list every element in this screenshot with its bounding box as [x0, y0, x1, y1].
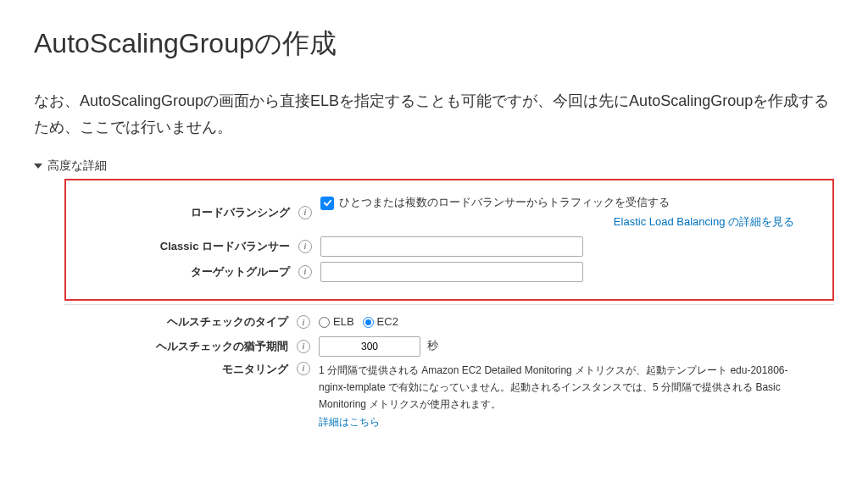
target-group-input[interactable]	[320, 262, 583, 282]
highlighted-section: ロードバランシング i ひとつまたは複数のロードバランサーからトラフィックを受信…	[64, 179, 834, 301]
info-icon[interactable]: i	[298, 206, 312, 219]
monitoring-label: モニタリング	[64, 362, 293, 377]
health-check-type-label: ヘルスチェックのタイプ	[64, 314, 293, 330]
advanced-details-toggle[interactable]: 高度な詳細	[34, 155, 834, 177]
target-group-label: ターゲットグループ	[66, 264, 295, 280]
info-icon[interactable]: i	[297, 340, 310, 353]
classic-lb-input[interactable]	[320, 236, 583, 257]
radio-ec2-label: EC2	[377, 313, 398, 331]
classic-lb-label: Classic ロードバランサー	[66, 239, 295, 254]
advanced-details-label: 高度な詳細	[47, 158, 107, 174]
load-balancing-label: ロードバランシング	[66, 205, 295, 220]
divider	[64, 304, 834, 305]
radio-elb-label: ELB	[333, 313, 354, 331]
health-check-radio-ec2[interactable]: EC2	[363, 313, 398, 331]
monitoring-text: 1 分間隔で提供される Amazon EC2 Detailed Monitori…	[319, 364, 788, 411]
health-check-grace-label: ヘルスチェックの猶予期間	[64, 339, 293, 354]
info-icon[interactable]: i	[298, 240, 312, 253]
elb-details-link[interactable]: Elastic Load Balancing の詳細を見る	[614, 215, 794, 228]
caret-down-icon	[34, 164, 42, 169]
page-title: AutoScalingGroupの作成	[34, 25, 834, 63]
load-balancing-checkbox-label: ひとつまたは複数のロードバランサーからトラフィックを受信する	[339, 194, 670, 212]
radio-icon	[363, 317, 374, 328]
info-icon[interactable]: i	[298, 265, 312, 279]
monitoring-details-link[interactable]: 詳細はこちら	[319, 416, 380, 428]
load-balancing-checkbox[interactable]	[320, 197, 334, 210]
description-text: なお、AutoScalingGroupの画面から直接ELBを指定することも可能で…	[34, 88, 834, 140]
info-icon[interactable]: i	[297, 315, 310, 329]
info-icon[interactable]: i	[297, 362, 310, 375]
health-check-grace-input[interactable]	[319, 336, 420, 357]
radio-icon	[319, 317, 330, 328]
health-check-grace-unit: 秒	[427, 337, 438, 355]
health-check-radio-elb[interactable]: ELB	[319, 313, 354, 331]
